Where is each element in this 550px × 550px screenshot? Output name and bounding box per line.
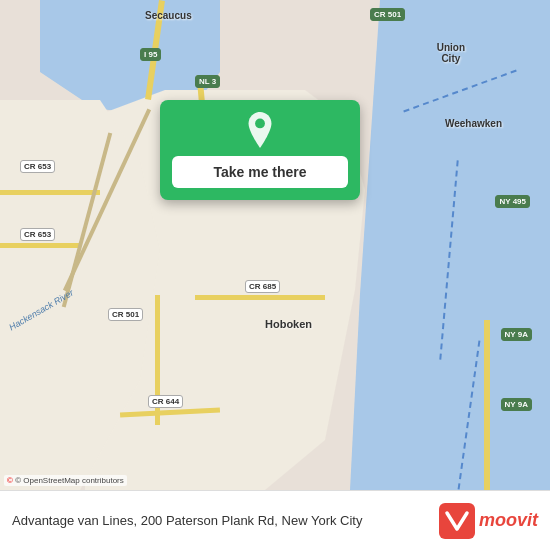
svg-rect-1 xyxy=(439,503,475,539)
road-ny9a xyxy=(484,320,490,490)
badge-ny9a-1: NY 9A xyxy=(501,328,532,341)
label-hoboken: Hoboken xyxy=(265,318,312,330)
moovit-logo[interactable]: moovit xyxy=(439,503,538,539)
badge-cr644: CR 644 xyxy=(148,395,183,408)
moovit-text: moovit xyxy=(479,510,538,531)
badge-i95: I 95 xyxy=(140,48,161,61)
badge-ny9a-2: NY 9A xyxy=(501,398,532,411)
label-weehawken: Weehawken xyxy=(445,118,502,129)
osm-icon: © xyxy=(7,476,13,485)
location-address: Advantage van Lines, 200 Paterson Plank … xyxy=(12,513,439,528)
bottom-bar: Advantage van Lines, 200 Paterson Plank … xyxy=(0,490,550,550)
road-cr685 xyxy=(195,295,325,300)
badge-cr685: CR 685 xyxy=(245,280,280,293)
location-pin xyxy=(242,112,278,148)
label-union-city: UnionCity xyxy=(437,42,465,64)
road-cr653-h2 xyxy=(0,243,80,248)
location-info: Advantage van Lines, 200 Paterson Plank … xyxy=(12,513,439,528)
svg-point-0 xyxy=(255,119,265,129)
badge-ny495: NY 495 xyxy=(495,195,530,208)
osm-text: © OpenStreetMap contributors xyxy=(15,476,124,485)
moovit-icon xyxy=(439,503,475,539)
osm-attribution: © © OpenStreetMap contributors xyxy=(4,475,127,486)
badge-nl3: NL 3 xyxy=(195,75,220,88)
badge-cr653-2: CR 653 xyxy=(20,228,55,241)
badge-cr653-1: CR 653 xyxy=(20,160,55,173)
map-container: I 95 NL 3 CR 501 CR 653 CR 653 CR 501 CR… xyxy=(0,0,550,490)
label-secaucus: Secaucus xyxy=(145,10,192,21)
badge-cr501-top: CR 501 xyxy=(370,8,405,21)
popup-card: Take me there xyxy=(160,100,360,200)
badge-cr501: CR 501 xyxy=(108,308,143,321)
road-cr653-h1 xyxy=(0,190,100,195)
take-me-there-button[interactable]: Take me there xyxy=(172,156,348,188)
